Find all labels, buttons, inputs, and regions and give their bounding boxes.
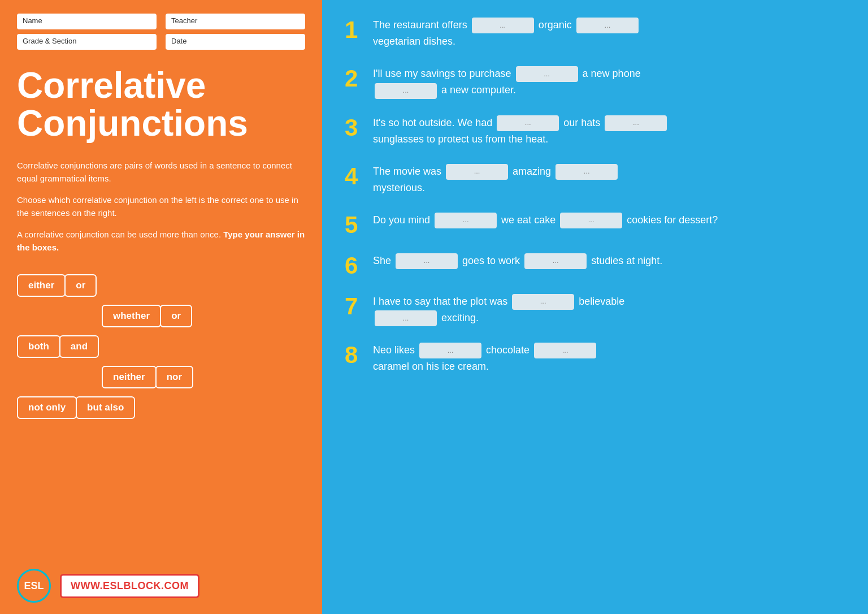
conj-whether: whether <box>102 305 161 327</box>
esl-logo: ESL <box>17 569 51 603</box>
sentence-text-5: Do you mind ... we eat cake ... cookies … <box>373 212 845 228</box>
sentence-number-7: 7 <box>345 295 365 318</box>
sentence-text-3: It's so hot outside. We had ... our hats… <box>373 115 845 148</box>
answer-box-2b[interactable]: ... <box>375 83 437 99</box>
answer-box-3a[interactable]: ... <box>497 115 559 131</box>
left-panel: Name Teacher Grade & Section Date Correl… <box>0 0 322 614</box>
conj-neither: neither <box>102 366 157 388</box>
conjunction-row-4: neither nor <box>102 366 305 388</box>
conj-either: either <box>17 274 66 297</box>
sentence-number-3: 3 <box>345 116 365 140</box>
answer-box-1b[interactable]: ... <box>576 18 639 33</box>
conjunctions-grid: either or whether or both and neither no… <box>17 274 305 419</box>
form-fields: Name Teacher Grade & Section Date <box>17 14 305 50</box>
description-1: Correlative conjunctions are pairs of wo… <box>17 159 305 185</box>
answer-box-5a[interactable]: ... <box>435 213 497 228</box>
description-2: Choose which correlative conjunction on … <box>17 194 305 219</box>
conj-and: and <box>59 335 99 358</box>
answer-box-3b[interactable]: ... <box>605 115 667 131</box>
conj-both: both <box>17 335 60 358</box>
sentence-number-4: 4 <box>345 165 365 188</box>
conj-nor: nor <box>155 366 193 388</box>
answer-box-7b[interactable]: ... <box>375 310 437 326</box>
conj-or-1: or <box>64 274 97 297</box>
page-title: Correlative Conjunctions <box>17 67 305 142</box>
answer-box-5b[interactable]: ... <box>560 213 622 228</box>
sentence-number-2: 2 <box>345 67 365 90</box>
conjunction-row-3: both and <box>17 335 305 358</box>
sentence-2: 2 I'll use my savings to purchase ... a … <box>345 66 845 99</box>
answer-box-8b[interactable]: ... <box>534 343 596 358</box>
name-field[interactable]: Name <box>17 14 157 29</box>
answer-box-6a[interactable]: ... <box>396 253 458 269</box>
teacher-field[interactable]: Teacher <box>166 14 305 29</box>
answer-box-8a[interactable]: ... <box>419 343 481 358</box>
conjunction-row-5: not only but also <box>17 396 305 419</box>
sentence-text-8: Neo likes ... chocolate ... caramel on h… <box>373 342 845 375</box>
sentence-5: 5 Do you mind ... we eat cake ... cookie… <box>345 212 845 237</box>
answer-box-6b[interactable]: ... <box>524 253 587 269</box>
sentence-text-6: She ... goes to work ... studies at nigh… <box>373 253 845 269</box>
sentence-8: 8 Neo likes ... chocolate ... caramel on… <box>345 342 845 375</box>
sentence-7: 7 I have to say that the plot was ... be… <box>345 293 845 327</box>
answer-box-4a[interactable]: ... <box>446 164 508 180</box>
website-badge: WWW.ESLBLOCK.COM <box>60 574 199 598</box>
conj-or-2: or <box>160 305 192 327</box>
sentence-text-7: I have to say that the plot was ... beli… <box>373 293 845 327</box>
sentence-number-8: 8 <box>345 343 365 367</box>
footer: ESL WWW.ESLBLOCK.COM <box>17 569 199 603</box>
answer-box-7a[interactable]: ... <box>512 294 574 310</box>
sentence-text-2: I'll use my savings to purchase ... a ne… <box>373 66 845 99</box>
sentence-1: 1 The restaurant offers ... organic ... … <box>345 17 845 50</box>
sentence-4: 4 The movie was ... amazing ... mysterio… <box>345 163 845 196</box>
answer-box-1a[interactable]: ... <box>472 18 534 33</box>
title-block: Correlative Conjunctions <box>17 67 305 142</box>
sentence-text-1: The restaurant offers ... organic ... ve… <box>373 17 845 50</box>
sentence-number-1: 1 <box>345 18 365 42</box>
sentence-number-6: 6 <box>345 254 365 278</box>
conjunction-row-1: either or <box>17 274 305 297</box>
date-field[interactable]: Date <box>166 34 305 50</box>
answer-box-4b[interactable]: ... <box>555 164 618 180</box>
right-panel: 1 The restaurant offers ... organic ... … <box>322 0 868 614</box>
conj-not-only: not only <box>17 396 77 419</box>
conj-but-also: but also <box>76 396 135 419</box>
answer-box-2a[interactable]: ... <box>516 66 578 82</box>
sentence-number-5: 5 <box>345 213 365 237</box>
sentence-text-4: The movie was ... amazing ... mysterious… <box>373 163 845 196</box>
sentence-6: 6 She ... goes to work ... studies at ni… <box>345 253 845 278</box>
grade-section-field[interactable]: Grade & Section <box>17 34 157 50</box>
conjunction-row-2: whether or <box>102 305 305 327</box>
sentence-3: 3 It's so hot outside. We had ... our ha… <box>345 115 845 148</box>
description-3: A correlative conjunction can be used mo… <box>17 228 305 254</box>
